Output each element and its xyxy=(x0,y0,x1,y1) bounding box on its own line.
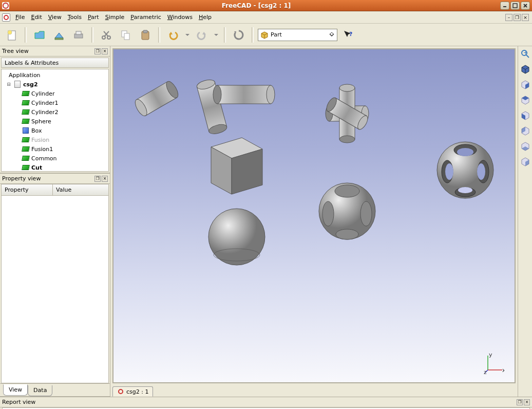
copy-button[interactable] xyxy=(117,26,135,44)
property-view-title: Property view xyxy=(2,175,41,182)
menu-file[interactable]: File xyxy=(12,12,28,22)
menu-tools[interactable]: Tools xyxy=(65,12,85,22)
prop-undock-button[interactable]: ❐ xyxy=(94,176,101,182)
undo-menu-button[interactable] xyxy=(184,26,191,44)
property-table[interactable]: Property Value xyxy=(1,184,109,383)
menu-simple[interactable]: Simple xyxy=(102,12,128,22)
new-file-button[interactable] xyxy=(3,26,21,44)
prop-col-value[interactable]: Value xyxy=(53,184,108,195)
minimize-button[interactable] xyxy=(500,2,509,10)
tree-item-sphere[interactable]: Sphere xyxy=(2,117,108,126)
tree-body[interactable]: Applikation ⊟ csg2 CylinderCylinder1Cyli… xyxy=(1,69,109,172)
save-file-button[interactable] xyxy=(50,26,68,44)
svg-point-45 xyxy=(360,201,372,226)
report-undock-button[interactable]: ❐ xyxy=(517,399,523,405)
part-icon xyxy=(22,99,30,107)
document-tab[interactable]: csg2 : 1 xyxy=(112,386,153,397)
property-view-panel: Property view ❐ × Property Value View Da… xyxy=(0,174,110,397)
svg-point-55 xyxy=(458,187,472,193)
menu-view[interactable]: View xyxy=(45,12,65,22)
svg-text:?: ? xyxy=(349,31,352,38)
tree-column-header[interactable]: Labels & Attributes xyxy=(1,58,109,68)
mdi-minimize-button[interactable]: – xyxy=(505,14,512,21)
view-bottom-button[interactable] xyxy=(520,141,531,152)
tree-item-box[interactable]: Box xyxy=(2,126,108,135)
shape-common xyxy=(314,178,381,245)
tree-item-label: Cylinder2 xyxy=(31,109,59,116)
view-left-button[interactable] xyxy=(520,156,531,168)
svg-point-53 xyxy=(477,163,485,180)
freecad-icon xyxy=(117,388,124,395)
prop-close-button[interactable]: × xyxy=(102,176,108,182)
svg-text:x: x xyxy=(502,367,504,374)
svg-point-37 xyxy=(339,84,355,91)
view-right-button[interactable] xyxy=(520,110,531,121)
menu-edit[interactable]: Edit xyxy=(28,12,45,22)
tree-root[interactable]: Applikation xyxy=(2,70,108,80)
tree-item-label: Cut xyxy=(31,164,42,171)
part-icon xyxy=(22,117,30,125)
tree-close-button[interactable]: × xyxy=(102,48,108,54)
menu-parametric[interactable]: Parametric xyxy=(127,12,164,22)
zoom-fit-button[interactable]: + xyxy=(520,48,531,60)
redo-menu-button[interactable] xyxy=(213,26,220,44)
svg-rect-28 xyxy=(217,85,271,104)
workbench-selector[interactable]: Part xyxy=(258,29,337,41)
print-button[interactable] xyxy=(70,26,87,44)
tree-item-cylinder2[interactable]: Cylinder2 xyxy=(2,107,108,117)
tab-view[interactable]: View xyxy=(3,384,28,396)
cut-button[interactable] xyxy=(98,26,115,44)
svg-rect-1 xyxy=(513,4,517,8)
toolbar: Part ? xyxy=(0,24,532,46)
part-wb-icon xyxy=(260,31,269,39)
redo-button[interactable] xyxy=(193,26,211,44)
svg-rect-9 xyxy=(76,31,81,34)
freecad-icon xyxy=(2,13,10,22)
view-iso-button[interactable] xyxy=(520,64,531,75)
view-front-button[interactable] xyxy=(520,79,531,90)
refresh-button[interactable] xyxy=(230,26,248,44)
part-icon xyxy=(22,89,30,98)
chevron-down-icon xyxy=(329,32,335,38)
menu-windows[interactable]: Windows xyxy=(164,12,196,22)
tree-doc[interactable]: ⊟ csg2 xyxy=(2,80,108,89)
close-button[interactable] xyxy=(521,2,530,10)
mdi-close-button[interactable]: × xyxy=(522,14,529,21)
paste-button[interactable] xyxy=(137,26,154,44)
svg-point-43 xyxy=(335,185,359,197)
open-file-button[interactable] xyxy=(31,26,48,44)
menu-part[interactable]: Part xyxy=(85,12,102,22)
report-close-button[interactable]: × xyxy=(524,399,530,405)
tree-item-label: Cylinder xyxy=(31,90,55,97)
svg-point-46 xyxy=(336,229,358,239)
part-icon xyxy=(22,136,30,144)
titlebar: FreeCAD - [csg2 : 1] xyxy=(0,0,532,11)
menubar: File Edit View Tools Part Simple Paramet… xyxy=(0,11,532,24)
prop-col-property[interactable]: Property xyxy=(2,184,53,195)
mdi-restore-button[interactable]: ❐ xyxy=(514,14,521,21)
tree-item-fusion1[interactable]: Fusion1 xyxy=(2,144,108,154)
menu-help[interactable]: Help xyxy=(196,12,215,22)
svg-text:z: z xyxy=(484,369,487,374)
svg-point-31 xyxy=(208,209,265,265)
whats-this-button[interactable]: ? xyxy=(339,26,357,44)
svg-point-30 xyxy=(267,85,275,104)
undo-button[interactable] xyxy=(164,26,182,44)
view-back-button[interactable] xyxy=(520,125,531,137)
tree-item-label: Fusion1 xyxy=(31,146,53,153)
3d-viewport[interactable]: x y z xyxy=(112,48,516,383)
tree-undock-button[interactable]: ❐ xyxy=(94,48,101,54)
shape-box xyxy=(196,132,268,203)
tree-item-cut[interactable]: Cut xyxy=(2,163,108,172)
window-title: FreeCAD - [csg2 : 1] xyxy=(12,2,500,9)
tree-item-common[interactable]: Common xyxy=(2,154,108,163)
tree-item-cylinder1[interactable]: Cylinder1 xyxy=(2,98,108,107)
tree-item-label: Cylinder1 xyxy=(31,100,59,106)
tab-data[interactable]: Data xyxy=(28,385,52,396)
maximize-button[interactable] xyxy=(510,2,520,10)
view-top-button[interactable] xyxy=(520,95,531,106)
shape-fusion1 xyxy=(309,78,386,150)
tree-item-fusion[interactable]: Fusion xyxy=(2,135,108,144)
tree-item-cylinder[interactable]: Cylinder xyxy=(2,89,108,98)
svg-rect-17 xyxy=(143,30,147,33)
